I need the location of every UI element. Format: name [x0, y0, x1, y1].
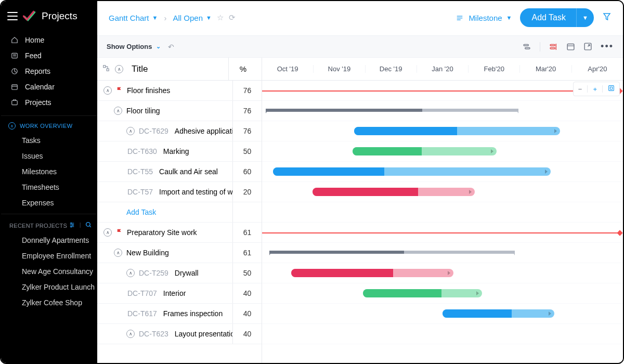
collapse-icon[interactable]: ∧ — [126, 269, 135, 277]
timeline-row[interactable] — [262, 162, 623, 182]
nav-reports[interactable]: Reports — [1, 63, 97, 79]
recent-project-item[interactable]: New Age Consultancy — [1, 264, 97, 279]
nav-label: Projects — [25, 98, 51, 107]
milestone-dropdown[interactable]: Milestone ▼ — [455, 14, 512, 22]
nav-home[interactable]: Home — [1, 32, 97, 48]
sub-bar: Show Options⌄ ↶ ••• — [97, 36, 623, 58]
task-id: DC-T630 — [127, 147, 157, 155]
column-percent: % — [228, 58, 257, 80]
collapse-icon[interactable]: ∧ — [126, 330, 135, 338]
task-id: DC-T55 — [127, 167, 153, 176]
calendar-view-icon[interactable] — [566, 42, 575, 51]
sidebar-item-issues[interactable]: Issues — [1, 148, 97, 164]
table-row[interactable]: ∧DC-T623Layout presentation40 — [97, 324, 262, 344]
table-row[interactable]: ∧Floor tiling76 — [97, 101, 262, 121]
sidebar-item-milestones[interactable]: Milestones — [1, 164, 97, 179]
table-row[interactable]: DC-T630Marking50 — [97, 141, 262, 162]
recent-project-item[interactable]: Employee Enrollment — [1, 248, 97, 264]
filter-icon[interactable] — [602, 12, 612, 23]
table-row[interactable]: DC-T57Import and testing of woo..20 — [97, 182, 262, 202]
collapse-icon[interactable]: ∧ — [126, 127, 135, 135]
star-icon[interactable]: ☆ — [217, 13, 224, 22]
hamburger-menu-icon[interactable] — [7, 12, 18, 20]
table-row[interactable]: ∧New Building61 — [97, 243, 262, 263]
timeline-row[interactable] — [262, 121, 623, 141]
table-row[interactable]: DC-T55Caulk and Air seal60 — [97, 162, 262, 182]
timeline-row[interactable] — [262, 223, 623, 243]
task-bar[interactable] — [353, 147, 497, 155]
add-task-link[interactable]: Add Task — [97, 208, 232, 216]
button-label: Add Task — [520, 13, 576, 22]
collapse-icon[interactable]: ∧ — [114, 107, 122, 115]
nav-label: Home — [25, 36, 44, 44]
percent-cell: 61 — [232, 243, 262, 263]
table-row[interactable]: DC-T617Frames inspection40 — [97, 304, 262, 324]
recent-project-item[interactable]: Donnelly Apartments — [1, 232, 97, 248]
month-header: Nov '19 — [313, 65, 365, 73]
show-options-button[interactable]: Show Options⌄ — [107, 43, 161, 50]
more-icon[interactable]: ••• — [601, 41, 614, 52]
timeline-row[interactable] — [262, 263, 623, 283]
timeline-row[interactable] — [262, 304, 623, 324]
fit-icon[interactable] — [608, 85, 615, 93]
breadcrumb-gantt[interactable]: Gantt Chart▼ — [109, 14, 158, 22]
table-row[interactable]: ∧Floor finishes76 — [97, 81, 262, 101]
zoom-control: − + — [573, 82, 620, 96]
task-bar[interactable] — [291, 269, 453, 277]
timeline-row[interactable] — [262, 202, 623, 223]
task-bar[interactable] — [354, 127, 560, 135]
recent-project-item[interactable]: Zylker Product Launch — [1, 279, 97, 295]
brand: Projects — [1, 4, 97, 30]
task-bar[interactable] — [443, 309, 554, 318]
view-mode-1-icon[interactable] — [522, 43, 531, 51]
timeline-row[interactable] — [262, 81, 623, 101]
view-mode-2-icon[interactable] — [549, 43, 558, 51]
recent-project-item[interactable]: Zylker Cofee Shop — [1, 295, 97, 310]
zoom-in-icon[interactable]: + — [593, 85, 597, 93]
settings-icon[interactable] — [69, 222, 75, 229]
sidebar-item-tasks[interactable]: Tasks — [1, 133, 97, 148]
nav-calendar[interactable]: Calendar — [1, 79, 97, 95]
timeline-row[interactable] — [262, 182, 623, 202]
undo-icon[interactable]: ↶ — [168, 43, 174, 51]
refresh-icon[interactable]: ⟳ — [229, 13, 236, 22]
table-row[interactable]: DC-T707Interior40 — [97, 283, 262, 304]
task-label: Floor finishes — [127, 86, 170, 95]
task-bar[interactable] — [273, 167, 551, 176]
add-task-button[interactable]: Add Task ▼ — [520, 8, 594, 27]
fullscreen-icon[interactable] — [583, 42, 592, 51]
timeline-header: Oct '19Nov '19Dec '19Jan '20Feb'20Mar'20… — [262, 58, 623, 81]
table-row[interactable]: ∧Preparatory Site work61 — [97, 223, 262, 243]
search-icon[interactable] — [85, 222, 92, 229]
calendar-icon — [10, 83, 19, 91]
svg-rect-27 — [107, 69, 109, 71]
zoom-out-icon[interactable]: − — [578, 85, 582, 93]
table-row[interactable]: ∧DC-T259Drywall50 — [97, 263, 262, 283]
task-label: Adhesive application — [175, 127, 232, 135]
timeline-row[interactable] — [262, 283, 623, 304]
summary-bar[interactable] — [269, 251, 515, 254]
timeline-row[interactable] — [262, 243, 623, 263]
sidebar-item-expenses[interactable]: Expenses — [1, 195, 97, 211]
sidebar-item-timesheets[interactable]: Timesheets — [1, 179, 97, 195]
breadcrumb-filter[interactable]: All Open▼ — [173, 14, 211, 22]
hierarchy-icon[interactable] — [102, 64, 110, 73]
nav-projects[interactable]: Projects — [1, 95, 97, 110]
task-id: DC-T57 — [127, 188, 153, 196]
chevron-down-icon[interactable]: ▼ — [576, 8, 594, 27]
summary-bar[interactable] — [266, 109, 518, 112]
timeline-row[interactable] — [262, 141, 623, 162]
table-row[interactable]: Add Task — [97, 202, 262, 223]
table-row[interactable]: ∧DC-T629Adhesive application76 — [97, 121, 262, 141]
timeline-row[interactable] — [262, 101, 623, 121]
section-label: RECENT PROJECTS — [9, 223, 67, 229]
collapse-icon[interactable]: ∧ — [103, 86, 112, 95]
timeline-row[interactable] — [262, 324, 623, 344]
work-overview-heading[interactable]: ∧ WORK OVERVIEW — [1, 115, 97, 133]
task-bar[interactable] — [313, 188, 475, 196]
collapse-icon[interactable]: ∧ — [114, 249, 122, 257]
nav-feed[interactable]: Feed — [1, 48, 97, 63]
collapse-icon[interactable]: ∧ — [103, 228, 112, 237]
task-bar[interactable] — [363, 289, 482, 297]
collapse-all-icon[interactable]: ∧ — [115, 65, 123, 73]
